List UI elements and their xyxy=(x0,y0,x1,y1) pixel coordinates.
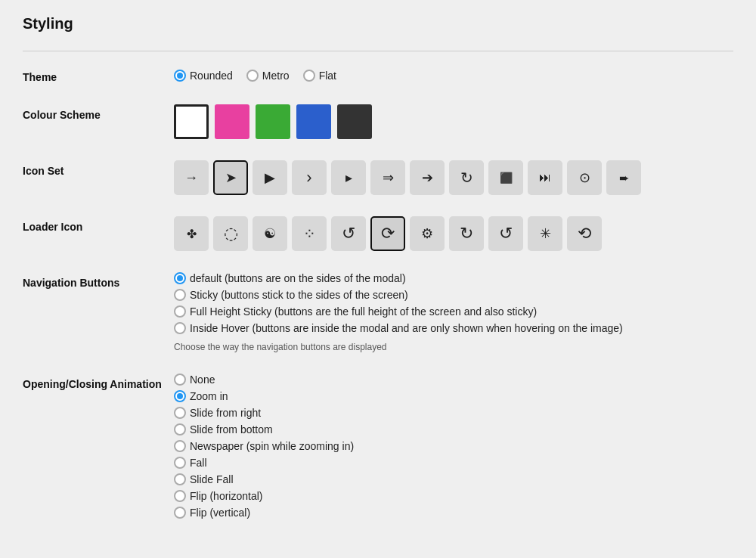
page-title: Styling xyxy=(23,15,733,33)
anim-option-none[interactable]: None xyxy=(174,374,733,386)
colour-swatches-group xyxy=(174,104,733,139)
theme-radio-metro[interactable] xyxy=(246,70,259,82)
anim-radio-none[interactable] xyxy=(174,374,186,386)
swatch-green[interactable] xyxy=(256,104,290,139)
animation-content: None Zoom in Slide from right Slide from… xyxy=(174,374,733,519)
nav-option-fullheight[interactable]: Full Height Sticky (buttons are the full… xyxy=(174,305,733,318)
loader-icon-11[interactable]: ⟲ xyxy=(567,216,602,251)
anim-zoomin-label: Zoom in xyxy=(190,390,228,402)
animation-section: Opening/Closing Animation None Zoom in S… xyxy=(23,374,733,519)
icon-arrow-right-2[interactable]: ➤ xyxy=(213,160,248,195)
anim-option-fliphorizontal[interactable]: Flip (horizontal) xyxy=(174,490,733,502)
loader-icon-10[interactable]: ✳ xyxy=(528,216,562,251)
anim-flipvertical-label: Flip (vertical) xyxy=(190,507,250,519)
icon-circle-arrow-2[interactable]: ➨ xyxy=(606,160,641,195)
icon-arrow-right-bold[interactable]: ➔ xyxy=(410,160,445,195)
navigation-buttons-label: Navigation Buttons xyxy=(23,272,174,289)
loader-icon-7[interactable]: ⚙ xyxy=(410,216,445,251)
anim-radio-zoomin[interactable] xyxy=(174,390,186,402)
loader-icon-3[interactable]: ☯ xyxy=(253,216,287,251)
styling-page: Styling Theme Rounded Metro Flat xyxy=(0,0,756,558)
icon-square-arrow[interactable]: ⬛ xyxy=(488,160,523,195)
theme-option-flat[interactable]: Flat xyxy=(303,70,336,82)
icon-set-grid: → ➤ ▶ › ▸ ⇒ ➔ ↻ ⬛ ⏭ ⊙ ➨ xyxy=(174,160,733,195)
loader-icon-4[interactable]: ⁘ xyxy=(292,216,327,251)
anim-radio-slidefall[interactable] xyxy=(174,473,186,485)
theme-flat-label: Flat xyxy=(319,70,336,82)
loader-icon-6[interactable]: ⟳ xyxy=(370,216,405,251)
anim-radio-slidefromright[interactable] xyxy=(174,407,186,419)
icon-set-label: Icon Set xyxy=(23,160,174,177)
anim-option-slidefromright[interactable]: Slide from right xyxy=(174,407,733,419)
nav-radio-default[interactable] xyxy=(174,272,186,284)
anim-newspaper-label: Newspaper (spin while zooming in) xyxy=(190,440,354,452)
anim-radio-newspaper[interactable] xyxy=(174,440,186,452)
theme-section: Theme Rounded Metro Flat xyxy=(23,67,733,83)
theme-metro-label: Metro xyxy=(262,70,290,82)
anim-option-zoomin[interactable]: Zoom in xyxy=(174,390,733,402)
loader-icon-label: Loader Icon xyxy=(23,216,174,233)
theme-rounded-label: Rounded xyxy=(190,70,233,82)
icon-double-arrow[interactable]: ⏭ xyxy=(528,160,562,195)
anim-none-label: None xyxy=(190,374,215,386)
theme-content: Rounded Metro Flat xyxy=(174,67,733,82)
nav-option-default[interactable]: default (buttons are on the sides of the… xyxy=(174,272,733,284)
icon-arrow-right-double[interactable]: ⇒ xyxy=(370,160,405,195)
anim-option-fall[interactable]: Fall xyxy=(174,457,733,469)
anim-fliphorizontal-label: Flip (horizontal) xyxy=(190,490,262,502)
loader-icon-2[interactable]: ◌ xyxy=(213,216,248,251)
theme-radio-group: Rounded Metro Flat xyxy=(174,67,733,82)
loader-icon-section: Loader Icon ✤ ◌ ☯ ⁘ ↺ ⟳ ⚙ ↻ ↺ ✳ ⟲ xyxy=(23,216,733,251)
nav-option-insidehover[interactable]: Inside Hover (buttons are inside the mod… xyxy=(174,322,733,334)
swatch-white[interactable] xyxy=(174,104,209,139)
nav-option-sticky[interactable]: Sticky (buttons stick to the sides of th… xyxy=(174,289,733,301)
nav-default-label: default (buttons are on the sides of the… xyxy=(190,272,406,284)
swatch-black[interactable] xyxy=(337,104,372,139)
anim-slidefall-label: Slide Fall xyxy=(190,473,234,485)
icon-triangle-right[interactable]: ▸ xyxy=(331,160,366,195)
loader-icon-1[interactable]: ✤ xyxy=(174,216,209,251)
icon-set-section: Icon Set → ➤ ▶ › ▸ ⇒ ➔ ↻ ⬛ ⏭ ⊙ ➨ xyxy=(23,160,733,195)
theme-option-metro[interactable]: Metro xyxy=(246,70,290,82)
icon-set-content: → ➤ ▶ › ▸ ⇒ ➔ ↻ ⬛ ⏭ ⊙ ➨ xyxy=(174,160,733,195)
divider xyxy=(23,51,733,51)
loader-icon-9[interactable]: ↺ xyxy=(488,216,523,251)
anim-radio-slidefrombottom[interactable] xyxy=(174,423,186,436)
anim-option-slidefall[interactable]: Slide Fall xyxy=(174,473,733,485)
loader-icon-8[interactable]: ↻ xyxy=(449,216,484,251)
theme-label: Theme xyxy=(23,67,174,83)
nav-fullheight-label: Full Height Sticky (buttons are the full… xyxy=(190,305,537,318)
loader-icon-content: ✤ ◌ ☯ ⁘ ↺ ⟳ ⚙ ↻ ↺ ✳ ⟲ xyxy=(174,216,733,251)
swatch-blue[interactable] xyxy=(296,104,331,139)
icon-circle-arrow[interactable]: ⊙ xyxy=(567,160,602,195)
theme-option-rounded[interactable]: Rounded xyxy=(174,70,233,82)
nav-radio-fullheight[interactable] xyxy=(174,305,186,318)
anim-option-newspaper[interactable]: Newspaper (spin while zooming in) xyxy=(174,440,733,452)
colour-scheme-label: Colour Scheme xyxy=(23,104,174,121)
nav-radio-sticky[interactable] xyxy=(174,289,186,301)
theme-radio-flat[interactable] xyxy=(303,70,315,82)
nav-insidehover-label: Inside Hover (buttons are inside the mod… xyxy=(190,322,623,334)
icon-arrow-right-1[interactable]: → xyxy=(174,160,209,195)
swatch-pink[interactable] xyxy=(215,104,249,139)
icon-play-1[interactable]: ▶ xyxy=(253,160,287,195)
anim-radio-fliphorizontal[interactable] xyxy=(174,490,186,502)
colour-scheme-content xyxy=(174,104,733,139)
anim-option-slidefrombottom[interactable]: Slide from bottom xyxy=(174,423,733,436)
theme-radio-rounded[interactable] xyxy=(174,70,186,82)
nav-sticky-label: Sticky (buttons stick to the sides of th… xyxy=(190,289,408,301)
anim-radio-flipvertical[interactable] xyxy=(174,507,186,519)
nav-radio-insidehover[interactable] xyxy=(174,322,186,334)
loader-icon-5[interactable]: ↺ xyxy=(331,216,366,251)
anim-radio-fall[interactable] xyxy=(174,457,186,469)
loader-icon-grid: ✤ ◌ ☯ ⁘ ↺ ⟳ ⚙ ↻ ↺ ✳ ⟲ xyxy=(174,216,733,251)
navigation-buttons-content: default (buttons are on the sides of the… xyxy=(174,272,733,352)
colour-scheme-section: Colour Scheme xyxy=(23,104,733,139)
anim-option-flipvertical[interactable]: Flip (vertical) xyxy=(174,507,733,519)
icon-chevron-right-1[interactable]: › xyxy=(292,160,327,195)
animation-label: Opening/Closing Animation xyxy=(23,374,174,390)
animation-group: None Zoom in Slide from right Slide from… xyxy=(174,374,733,519)
navigation-buttons-group: default (buttons are on the sides of the… xyxy=(174,272,733,352)
anim-fall-label: Fall xyxy=(190,457,207,469)
icon-rotate-right[interactable]: ↻ xyxy=(449,160,484,195)
